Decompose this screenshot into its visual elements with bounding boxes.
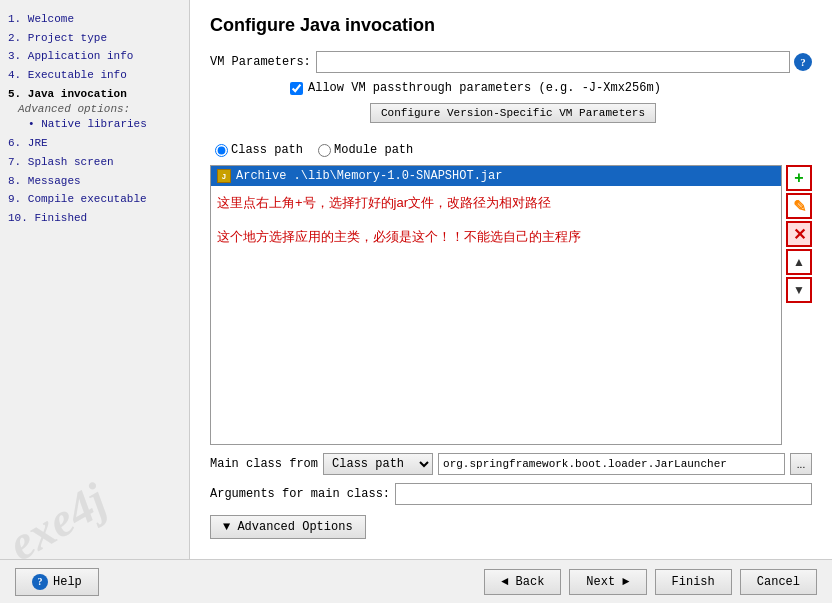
edit-classpath-button[interactable]: ✎ (786, 193, 812, 219)
help-icon: ? (32, 574, 48, 590)
help-label: Help (53, 575, 82, 589)
sidebar-item-app-info[interactable]: 3. Application info (8, 47, 181, 66)
vm-params-info-icon[interactable]: ? (794, 53, 812, 71)
args-input[interactable] (395, 483, 812, 505)
classpath-list[interactable]: J Archive .\lib\Memory-1.0-SNAPSHOT.jar … (210, 165, 782, 445)
vm-params-row: VM Parameters: ? (210, 51, 812, 73)
classpath-container: J Archive .\lib\Memory-1.0-SNAPSHOT.jar … (210, 165, 812, 445)
sidebar-item-finished[interactable]: 10. Finished (8, 209, 181, 228)
sidebar-item-project-type[interactable]: 2. Project type (8, 29, 181, 48)
sidebar: 1. Welcome 2. Project type 3. Applicatio… (0, 0, 190, 559)
main-class-browse-button[interactable]: ... (790, 453, 812, 475)
passthrough-checkbox[interactable] (290, 82, 303, 95)
advanced-options-area: ▼ Advanced Options (210, 515, 812, 544)
chinese-note-2: 这个地方选择应用的主类，必须是这个！！不能选自己的主程序 (211, 220, 781, 254)
main-class-from-select[interactable]: Class path Module path (323, 453, 433, 475)
sidebar-item-messages[interactable]: 8. Messages (8, 172, 181, 191)
classpath-radio-label[interactable]: Class path (215, 143, 303, 157)
page-title: Configure Java invocation (210, 15, 812, 36)
jar-icon: J (217, 169, 231, 183)
sidebar-item-native-libraries[interactable]: • Native libraries (8, 115, 181, 134)
args-label: Arguments for main class: (210, 487, 390, 501)
sidebar-item-java-invocation[interactable]: 5. Java invocation (8, 85, 181, 104)
remove-classpath-button[interactable]: ✕ (786, 221, 812, 247)
classpath-action-buttons: + ✎ ✕ ▲ ▼ (786, 165, 812, 445)
sidebar-item-splash-screen[interactable]: 7. Splash screen (8, 153, 181, 172)
configure-vm-button[interactable]: Configure Version-Specific VM Parameters (370, 103, 656, 123)
classpath-item-text: Archive .\lib\Memory-1.0-SNAPSHOT.jar (236, 169, 502, 183)
sidebar-item-executable-info[interactable]: 4. Executable info (8, 66, 181, 85)
sidebar-item-welcome[interactable]: 1. Welcome (8, 10, 181, 29)
vm-params-input[interactable] (316, 51, 790, 73)
sidebar-advanced-label: Advanced options: (8, 103, 181, 115)
main-class-input[interactable] (438, 453, 785, 475)
classpath-radio-text: Class path (231, 143, 303, 157)
sidebar-item-jre[interactable]: 6. JRE (8, 134, 181, 153)
add-classpath-button[interactable]: + (786, 165, 812, 191)
cancel-button[interactable]: Cancel (740, 569, 817, 595)
main-class-label: Main class from (210, 457, 318, 471)
move-down-classpath-button[interactable]: ▼ (786, 277, 812, 303)
passthrough-checkbox-row: Allow VM passthrough parameters (e.g. -J… (210, 81, 812, 95)
move-up-classpath-button[interactable]: ▲ (786, 249, 812, 275)
main-class-row: Main class from Class path Module path .… (210, 453, 812, 475)
sidebar-item-compile-executable[interactable]: 9. Compile executable (8, 190, 181, 209)
main-container: 1. Welcome 2. Project type 3. Applicatio… (0, 0, 832, 559)
modulepath-radio-label[interactable]: Module path (318, 143, 413, 157)
classpath-item-0[interactable]: J Archive .\lib\Memory-1.0-SNAPSHOT.jar (211, 166, 781, 186)
bottom-bar: ? Help ◄ Back Next ► Finish Cancel (0, 559, 832, 603)
content-area: Configure Java invocation VM Parameters:… (190, 0, 832, 559)
back-button[interactable]: ◄ Back (484, 569, 561, 595)
bottom-left: ? Help (15, 568, 99, 596)
chinese-note-1: 这里点右上角+号，选择打好的jar文件，改路径为相对路径 (211, 186, 781, 220)
args-row: Arguments for main class: (210, 483, 812, 505)
path-type-radio-row: Class path Module path (210, 143, 812, 157)
modulepath-radio-text: Module path (334, 143, 413, 157)
next-button[interactable]: Next ► (569, 569, 646, 595)
passthrough-label: Allow VM passthrough parameters (e.g. -J… (308, 81, 661, 95)
classpath-radio[interactable] (215, 144, 228, 157)
bottom-right: ◄ Back Next ► Finish Cancel (484, 569, 817, 595)
finish-button[interactable]: Finish (655, 569, 732, 595)
watermark: exe4j (0, 472, 116, 559)
advanced-options-button[interactable]: ▼ Advanced Options (210, 515, 366, 539)
help-button[interactable]: ? Help (15, 568, 99, 596)
modulepath-radio[interactable] (318, 144, 331, 157)
vm-params-label: VM Parameters: (210, 55, 311, 69)
